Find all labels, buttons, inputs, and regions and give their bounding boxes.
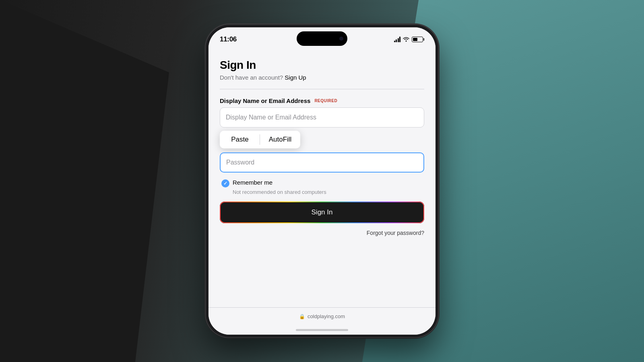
checkmark-icon: ✓ (223, 181, 227, 186)
home-indicator (208, 325, 436, 335)
sign-in-button-label: Sign In (312, 208, 333, 216)
password-input[interactable] (220, 152, 424, 173)
signal-icon (394, 37, 401, 42)
remember-me-row: ✓ Remember me (220, 179, 424, 187)
remember-warning: Not recommended on shared computers (220, 189, 424, 195)
status-icons (394, 36, 425, 43)
dynamic-island (297, 31, 347, 46)
email-label-row: Display Name or Email Address REQUIRED (220, 97, 424, 104)
phone-frame: 11:06 (205, 24, 439, 338)
section-divider (220, 89, 424, 89)
email-input[interactable] (220, 107, 424, 128)
lock-icon: 🔒 (299, 314, 305, 319)
wifi-icon (403, 36, 409, 43)
camera-dot (339, 37, 343, 41)
checkbox-indicator: ✓ (221, 179, 229, 187)
sign-up-row: Don't have an account? Sign Up (220, 74, 424, 81)
home-bar (296, 329, 348, 331)
footer-domain: coldplaying.com (308, 313, 345, 319)
sign-up-prompt: Don't have an account? (220, 74, 283, 81)
remember-me-label: Remember me (233, 179, 272, 186)
required-badge: REQUIRED (314, 99, 337, 103)
sign-up-link[interactable]: Sign Up (285, 74, 306, 81)
context-menu: Paste AutoFill (220, 131, 300, 148)
page-title: Sign In (220, 59, 424, 72)
status-bar: 11:06 (208, 27, 436, 49)
email-field-label: Display Name or Email Address (220, 97, 310, 104)
phone-device: 11:06 (205, 24, 439, 338)
page-content: Sign In Don't have an account? Sign Up D… (208, 49, 436, 307)
phone-screen: 11:06 (208, 27, 436, 335)
autofill-button[interactable]: AutoFill (260, 131, 300, 148)
status-time: 11:06 (220, 35, 237, 43)
forgot-password-link[interactable]: Forgot your password? (220, 230, 424, 236)
paste-button[interactable]: Paste (220, 131, 260, 148)
sign-in-button[interactable]: Sign In (220, 202, 424, 223)
page-footer: 🔒 coldplaying.com (208, 307, 436, 325)
battery-icon (412, 37, 424, 42)
remember-me-checkbox[interactable]: ✓ (221, 179, 229, 187)
